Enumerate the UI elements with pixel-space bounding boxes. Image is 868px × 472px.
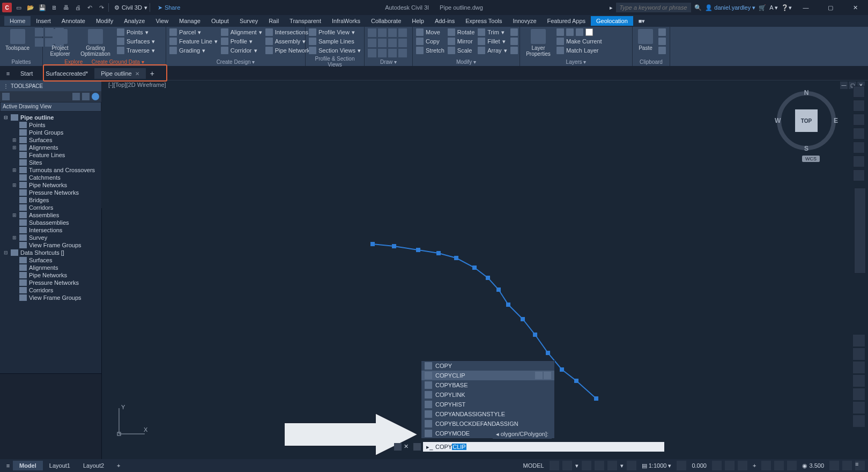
viewcube-s[interactable]: S <box>804 145 808 152</box>
sb-ic-h[interactable] <box>842 461 852 470</box>
redo-icon[interactable]: ↷ <box>97 3 106 12</box>
tree-node[interactable]: ⊞Survey <box>0 234 101 241</box>
sb-osnap-icon[interactable] <box>607 461 617 470</box>
tree-node[interactable]: Pressure Networks <box>0 279 101 286</box>
save-icon[interactable]: 💾 <box>38 3 47 12</box>
print-icon[interactable]: 🖨 <box>73 3 83 12</box>
sb-grid-icon[interactable] <box>550 461 559 470</box>
tree-node[interactable]: View Frame Groups <box>0 241 101 249</box>
sb-ic-f[interactable] <box>787 461 797 470</box>
tree-node[interactable]: Catchments <box>0 174 101 181</box>
tree-node[interactable]: ⊞Alignments <box>0 144 101 151</box>
array-button[interactable]: Array ▾ <box>478 46 507 55</box>
surfaces-button[interactable]: Surfaces ▾ <box>117 37 155 46</box>
layout-tab-1[interactable]: Layout1 <box>43 461 77 470</box>
ribbon-tab-innovyze[interactable]: Innovyze <box>507 16 541 26</box>
scale-button[interactable]: Scale <box>448 46 474 55</box>
tree-node[interactable]: Intersections <box>0 226 101 234</box>
rotate-button[interactable]: Rotate <box>448 28 474 36</box>
nav-full-icon[interactable] <box>853 86 865 98</box>
cmd-handle-icon[interactable] <box>394 443 402 451</box>
statusbar-menu-icon[interactable]: ≡ <box>3 462 13 469</box>
plot-icon[interactable]: 🖶 <box>61 3 71 12</box>
maximize-button[interactable]: ▢ <box>820 2 841 13</box>
draw-grid[interactable] <box>368 28 407 57</box>
sb-polar-icon[interactable] <box>595 461 604 470</box>
tree-node[interactable]: ⊞Pipe Networks <box>0 181 101 189</box>
ts-help-icon[interactable] <box>92 93 99 100</box>
drawing-area[interactable]: [-][Top][2D Wireframe] — ▢ ✕ TOP N S E W… <box>102 80 868 459</box>
ac-item-copyclip[interactable]: COPYCLIP <box>421 371 554 380</box>
tree-node[interactable]: Surfaces <box>0 256 101 264</box>
layout-tab-2[interactable]: Layout2 <box>77 461 110 470</box>
tree-node[interactable]: ⊟Data Shortcuts [] <box>0 249 101 256</box>
trim-button[interactable]: Trim ▾ <box>478 28 507 36</box>
points-button[interactable]: Points ▾ <box>117 28 155 36</box>
tree-node[interactable]: Point Groups <box>0 129 101 136</box>
nav-zoom-icon[interactable] <box>853 142 865 153</box>
cart-icon[interactable]: 🛒 <box>759 4 766 11</box>
sb-ic-b[interactable] <box>725 461 735 470</box>
tab-start[interactable]: Start <box>14 68 39 79</box>
sb-otrack-icon[interactable] <box>627 461 636 470</box>
grading-opt-button[interactable]: Grading Optimization <box>77 28 114 58</box>
nav-b6-icon[interactable] <box>853 402 865 414</box>
ribbon-tab-add-ins[interactable]: Add-ins <box>429 16 460 26</box>
ac-item-copyhist[interactable]: COPYHIST <box>421 400 554 409</box>
move-button[interactable]: Move <box>416 28 444 36</box>
tree-node[interactable]: Bridges <box>0 196 101 204</box>
sb-ortho-icon[interactable] <box>582 461 591 470</box>
fillet-button[interactable]: Fillet ▾ <box>478 37 507 46</box>
nav-b3-icon[interactable] <box>853 362 865 373</box>
app-switcher-icon[interactable]: A ▾ <box>769 4 778 11</box>
tree-node[interactable]: ⊞Turnouts and Crossovers <box>0 166 101 174</box>
ribbon-tab-transparent[interactable]: Transparent <box>284 16 327 26</box>
traverse-button[interactable]: Traverse ▾ <box>117 46 155 55</box>
ac-item-copybase[interactable]: COPYBASE <box>421 380 554 390</box>
layout-tab-add[interactable]: + <box>110 461 127 470</box>
cut-icon[interactable] <box>658 28 666 36</box>
sb-ic-d[interactable] <box>761 461 771 470</box>
tree-node[interactable]: Corridors <box>0 286 101 294</box>
profile-view-button[interactable]: Profile View ▾ <box>309 28 361 36</box>
nav-orbit-icon[interactable] <box>853 156 865 167</box>
ac-item-copyblockdefandassign[interactable]: COPYBLOCKDEFANDASSIGN <box>421 419 554 429</box>
match-layer-button[interactable]: Match Layer <box>557 46 602 55</box>
nav-home-icon[interactable] <box>853 100 865 112</box>
nav-b1-icon[interactable] <box>853 335 865 346</box>
ribbon-tab-analyze[interactable]: Analyze <box>118 16 150 26</box>
nav-b4-icon[interactable] <box>853 375 865 387</box>
tree-node[interactable]: Sites <box>0 159 101 166</box>
viewcube-face[interactable]: TOP <box>795 109 818 132</box>
wcs-badge[interactable]: WCS <box>802 156 820 162</box>
nav-b7-icon[interactable] <box>853 415 865 427</box>
cmd-close-icon[interactable]: ✕ <box>404 443 411 451</box>
toolspace-tree[interactable]: ⊟Pipe outlinePointsPoint Groups⊞Surfaces… <box>0 112 101 373</box>
command-autocomplete[interactable]: COPYCOPYCLIPCOPYBASECOPYLINKCOPYHISTCOPY… <box>421 360 555 439</box>
erase-icon[interactable] <box>510 28 518 36</box>
viewcube-e[interactable]: E <box>834 117 838 124</box>
nav-slider[interactable] <box>854 188 866 274</box>
viewcube-w[interactable]: W <box>775 117 781 124</box>
toolspace-view-dropdown[interactable]: Active Drawing View <box>0 102 101 112</box>
ribbon-tab-manage[interactable]: Manage <box>174 16 206 26</box>
tree-node[interactable]: Pipe Networks <box>0 271 101 279</box>
ribbon-tab-home[interactable]: Home <box>4 16 31 26</box>
model-space-label[interactable]: MODEL <box>521 462 546 469</box>
ribbon-tab-extra[interactable]: ■▾ <box>633 16 651 26</box>
ribbon-tab-output[interactable]: Output <box>206 16 234 26</box>
user-menu[interactable]: 👤 daniel.yardley ▾ <box>705 4 755 11</box>
close-button[interactable]: ✕ <box>844 2 866 13</box>
search-icon[interactable]: 🔍 <box>694 4 702 11</box>
sb-ic-a[interactable] <box>712 461 722 470</box>
ts-new-icon[interactable] <box>2 93 10 100</box>
open-icon[interactable]: 📂 <box>26 3 35 12</box>
viewcube[interactable]: TOP N S E W <box>777 91 836 150</box>
tree-node[interactable]: ⊟Pipe outline <box>0 114 101 121</box>
nav-show-icon[interactable] <box>853 169 865 181</box>
ribbon-tab-featured-apps[interactable]: Featured Apps <box>542 16 591 26</box>
elev-label[interactable]: 0.000 <box>689 462 709 469</box>
toolspace-button[interactable]: Toolspace <box>3 28 32 52</box>
tree-node[interactable]: ⊞Surfaces <box>0 136 101 144</box>
ribbon-tab-modify[interactable]: Modify <box>91 16 118 26</box>
